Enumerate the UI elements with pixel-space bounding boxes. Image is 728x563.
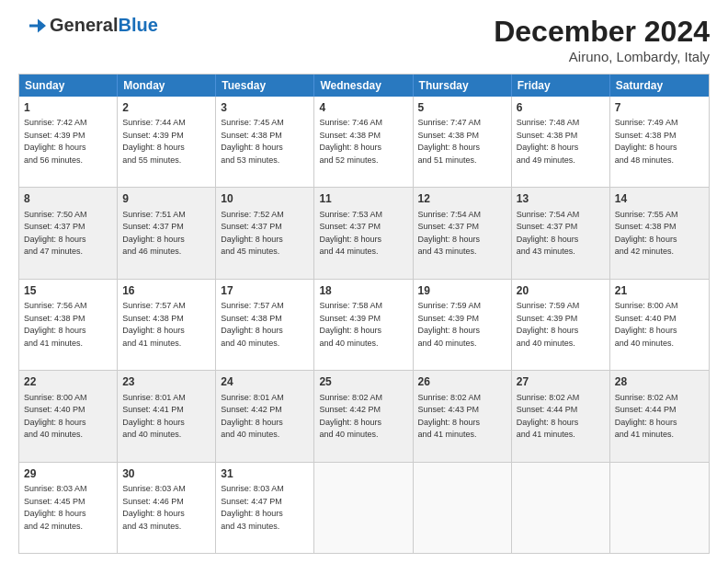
- cell-info-line: Sunset: 4:39 PM: [122, 130, 210, 143]
- day-cell-12: 12Sunrise: 7:54 AMSunset: 4:37 PMDayligh…: [414, 188, 512, 278]
- cell-info-line: Sunset: 4:44 PM: [517, 404, 605, 417]
- day-number: 23: [122, 374, 210, 390]
- cell-info-line: Sunrise: 8:02 AM: [517, 392, 605, 405]
- cell-info-line: Sunrise: 8:03 AM: [122, 483, 210, 496]
- cell-info-line: Sunset: 4:38 PM: [221, 313, 309, 326]
- day-number: 24: [221, 374, 309, 390]
- header-cell-friday: Friday: [512, 75, 610, 97]
- cell-info-line: and 43 minutes.: [221, 521, 309, 534]
- cell-info-line: Sunset: 4:37 PM: [319, 221, 407, 234]
- cell-info-line: Daylight: 8 hours: [418, 417, 506, 430]
- cell-info-line: Daylight: 8 hours: [24, 234, 112, 247]
- cell-info-line: Sunset: 4:39 PM: [319, 313, 407, 326]
- cell-info-line: Daylight: 8 hours: [122, 142, 210, 155]
- cell-info-line: and 41 minutes.: [517, 429, 605, 442]
- cell-info-line: Daylight: 8 hours: [221, 417, 309, 430]
- cell-info-line: and 40 minutes.: [122, 429, 210, 442]
- cell-info-line: Sunrise: 7:49 AM: [615, 117, 704, 130]
- day-number: 25: [319, 374, 407, 390]
- page: GeneralBlue December 2024 Airuno, Lombar…: [0, 0, 728, 563]
- cell-info-line: Sunrise: 7:53 AM: [319, 209, 407, 222]
- empty-cell: [314, 463, 413, 553]
- day-number: 15: [24, 283, 112, 299]
- day-number: 18: [319, 283, 407, 299]
- svg-marker-0: [29, 18, 46, 32]
- cell-info-line: Sunset: 4:38 PM: [615, 130, 704, 143]
- cell-info-line: and 41 minutes.: [122, 338, 210, 350]
- cell-info-line: Sunrise: 8:00 AM: [24, 392, 112, 405]
- cell-info-line: and 43 minutes.: [418, 246, 506, 259]
- day-number: 14: [615, 191, 704, 207]
- cell-info-line: Sunrise: 7:45 AM: [221, 117, 309, 130]
- day-number: 22: [24, 374, 112, 390]
- day-number: 19: [418, 283, 506, 299]
- cell-info-line: Sunrise: 8:01 AM: [221, 392, 309, 405]
- day-cell-27: 27Sunrise: 8:02 AMSunset: 4:44 PMDayligh…: [512, 371, 610, 461]
- cell-info-line: Sunset: 4:45 PM: [24, 496, 112, 509]
- cell-info-line: Sunrise: 7:52 AM: [221, 209, 309, 222]
- location-title: Airuno, Lombardy, Italy: [494, 49, 710, 64]
- cell-info-line: and 40 minutes.: [24, 429, 112, 442]
- cell-info-line: Daylight: 8 hours: [418, 325, 506, 338]
- cell-info-line: Sunrise: 8:02 AM: [418, 392, 506, 405]
- cell-info-line: and 40 minutes.: [418, 338, 506, 350]
- month-title: December 2024: [494, 15, 710, 49]
- cell-info-line: Daylight: 8 hours: [122, 508, 210, 521]
- cell-info-line: Sunrise: 7:51 AM: [122, 209, 210, 222]
- cell-info-line: and 51 minutes.: [418, 155, 506, 167]
- cell-info-line: Daylight: 8 hours: [517, 417, 605, 430]
- day-number: 9: [122, 191, 210, 207]
- calendar-row-3: 22Sunrise: 8:00 AMSunset: 4:40 PMDayligh…: [19, 370, 709, 461]
- day-number: 20: [517, 283, 605, 299]
- cell-info-line: Daylight: 8 hours: [418, 234, 506, 247]
- cell-info-line: Daylight: 8 hours: [221, 325, 309, 338]
- day-number: 3: [221, 100, 309, 116]
- header-cell-tuesday: Tuesday: [216, 75, 314, 97]
- cell-info-line: Sunrise: 7:47 AM: [418, 117, 506, 130]
- cell-info-line: Sunset: 4:47 PM: [221, 496, 309, 509]
- cell-info-line: and 40 minutes.: [517, 338, 605, 350]
- day-number: 31: [221, 466, 309, 482]
- cell-info-line: Sunset: 4:44 PM: [615, 404, 704, 417]
- day-number: 30: [122, 466, 210, 482]
- cell-info-line: Sunrise: 7:54 AM: [418, 209, 506, 222]
- cell-info-line: Daylight: 8 hours: [122, 325, 210, 338]
- day-number: 28: [615, 374, 704, 390]
- empty-cell: [414, 463, 512, 553]
- cell-info-line: Sunrise: 8:00 AM: [615, 300, 704, 313]
- cell-info-line: Sunset: 4:46 PM: [122, 496, 210, 509]
- cell-info-line: Daylight: 8 hours: [221, 234, 309, 247]
- cell-info-line: and 42 minutes.: [615, 246, 704, 259]
- calendar-row-4: 29Sunrise: 8:03 AMSunset: 4:45 PMDayligh…: [19, 462, 709, 553]
- day-number: 5: [418, 100, 506, 116]
- cell-info-line: Sunrise: 7:54 AM: [517, 209, 605, 222]
- cell-info-line: Daylight: 8 hours: [122, 417, 210, 430]
- day-cell-13: 13Sunrise: 7:54 AMSunset: 4:37 PMDayligh…: [512, 188, 610, 278]
- calendar-row-2: 15Sunrise: 7:56 AMSunset: 4:38 PMDayligh…: [19, 279, 709, 370]
- day-cell-4: 4Sunrise: 7:46 AMSunset: 4:38 PMDaylight…: [314, 97, 413, 187]
- cell-info-line: Sunset: 4:38 PM: [221, 130, 309, 143]
- day-cell-30: 30Sunrise: 8:03 AMSunset: 4:46 PMDayligh…: [118, 463, 216, 553]
- cell-info-line: Daylight: 8 hours: [24, 417, 112, 430]
- cell-info-line: Sunrise: 7:50 AM: [24, 209, 112, 222]
- calendar-row-1: 8Sunrise: 7:50 AMSunset: 4:37 PMDaylight…: [19, 187, 709, 278]
- cell-info-line: Sunset: 4:39 PM: [24, 130, 112, 143]
- day-cell-24: 24Sunrise: 8:01 AMSunset: 4:42 PMDayligh…: [216, 371, 314, 461]
- day-number: 1: [24, 100, 112, 116]
- cell-info-line: Sunset: 4:38 PM: [24, 313, 112, 326]
- header: GeneralBlue December 2024 Airuno, Lombar…: [18, 15, 710, 64]
- cell-info-line: Sunset: 4:40 PM: [615, 313, 704, 326]
- cell-info-line: Daylight: 8 hours: [24, 508, 112, 521]
- cell-info-line: Sunrise: 7:55 AM: [615, 209, 704, 222]
- cell-info-line: Sunset: 4:37 PM: [122, 221, 210, 234]
- cell-info-line: Daylight: 8 hours: [615, 325, 704, 338]
- day-cell-14: 14Sunrise: 7:55 AMSunset: 4:38 PMDayligh…: [610, 188, 709, 278]
- cell-info-line: Sunset: 4:38 PM: [418, 130, 506, 143]
- cell-info-line: Daylight: 8 hours: [319, 325, 407, 338]
- cell-info-line: Sunset: 4:39 PM: [517, 313, 605, 326]
- cell-info-line: and 53 minutes.: [221, 155, 309, 167]
- cell-info-line: Sunset: 4:37 PM: [24, 221, 112, 234]
- day-number: 12: [418, 191, 506, 207]
- day-cell-7: 7Sunrise: 7:49 AMSunset: 4:38 PMDaylight…: [610, 97, 709, 187]
- day-cell-16: 16Sunrise: 7:57 AMSunset: 4:38 PMDayligh…: [118, 280, 216, 370]
